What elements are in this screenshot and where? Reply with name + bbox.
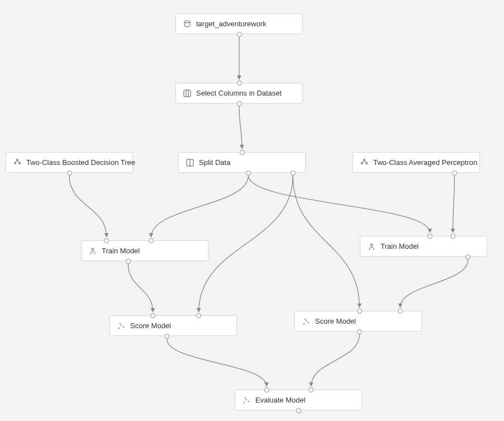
node-select-columns[interactable]: Select Columns in Dataset [175,83,303,103]
svg-line-9 [15,160,17,162]
node-label: Train Model [102,247,140,255]
node-label: Train Model [381,242,419,250]
svg-point-6 [17,159,18,160]
connection-port[interactable] [237,81,242,86]
svg-point-11 [364,159,365,160]
svg-point-13 [366,162,368,164]
connection-port[interactable] [67,171,72,176]
node-label: Evaluate Model [255,396,306,404]
svg-point-26 [244,402,245,403]
connection-port[interactable] [104,238,109,243]
node-train-model-left[interactable]: Train Model [81,240,208,261]
svg-point-20 [123,327,124,328]
node-train-model-right[interactable]: Train Model [360,236,487,257]
node-target-adventurework[interactable]: target_adventurework [175,13,303,34]
svg-point-23 [306,320,307,321]
columns-icon [183,89,192,98]
edge[interactable] [400,259,468,308]
connection-port[interactable] [296,408,301,413]
train-icon [88,247,97,256]
node-label: Score Model [130,321,171,330]
node-score-model-right[interactable]: Score Model [294,311,422,332]
svg-point-27 [246,399,247,400]
svg-rect-1 [184,90,191,97]
edge[interactable] [128,264,153,312]
columns-icon [186,158,194,167]
connection-port[interactable] [150,313,155,318]
svg-line-10 [17,160,20,162]
connection-port[interactable] [450,234,455,239]
connection-port[interactable] [164,334,169,339]
connection-port[interactable] [398,309,403,314]
connection-port[interactable] [126,259,131,264]
node-label: Split Data [199,158,230,167]
connection-port[interactable] [427,234,432,239]
svg-point-29 [245,398,246,399]
svg-point-25 [305,319,306,320]
node-label: Score Model [315,317,356,325]
connection-port[interactable] [452,171,457,176]
node-evaluate-model[interactable]: Evaluate Model [235,390,362,410]
connection-port[interactable] [240,150,245,155]
svg-point-19 [121,325,122,326]
svg-point-18 [118,328,120,329]
connection-port[interactable] [357,329,362,334]
svg-point-17 [370,244,373,246]
svg-point-8 [19,162,21,164]
node-label: Two-Class Boosted Decision Tree [26,158,135,167]
node-averaged-perceptron[interactable]: Two-Class Averaged Perceptron [353,152,480,173]
score-icon [242,396,251,405]
connection-port[interactable] [196,313,201,318]
edges-layer [0,0,504,421]
edge[interactable] [293,176,359,308]
node-boosted-decision-tree[interactable]: Two-Class Boosted Decision Tree [6,152,133,173]
node-label: target_adventurework [196,20,267,28]
edge[interactable] [248,176,430,233]
edge[interactable] [311,334,359,386]
node-label: Select Columns in Dataset [196,89,282,97]
svg-line-14 [362,160,364,162]
svg-point-7 [15,162,16,164]
node-score-model-left[interactable]: Score Model [110,315,237,336]
connection-port[interactable] [264,387,269,392]
edge[interactable] [167,339,267,386]
svg-point-21 [120,323,121,324]
svg-point-28 [248,401,249,402]
svg-point-12 [362,162,363,164]
score-icon [302,317,311,326]
edge[interactable] [199,176,293,312]
edge[interactable] [69,176,107,237]
svg-point-22 [303,323,305,324]
score-icon [117,321,126,330]
connection-port[interactable] [357,309,362,314]
svg-point-24 [308,322,309,323]
dataset-icon [183,20,192,29]
node-split-data[interactable]: Split Data [178,152,306,173]
connection-port[interactable] [149,238,154,243]
connection-port[interactable] [291,171,296,176]
connection-port[interactable] [465,254,470,259]
train-icon [367,242,376,251]
edge[interactable] [239,106,242,149]
tree-icon [13,158,22,167]
svg-line-15 [364,160,367,162]
tree-icon [360,158,369,167]
svg-point-0 [184,21,190,23]
node-label: Two-Class Averaged Perceptron [373,158,477,167]
connection-port[interactable] [237,32,242,37]
connection-port[interactable] [237,101,242,106]
edge[interactable] [151,176,248,237]
connection-port[interactable] [308,387,313,392]
svg-point-16 [92,248,94,250]
edge[interactable] [453,176,454,233]
pipeline-canvas[interactable]: target_adventurework Select Columns in D… [0,0,504,421]
connection-port[interactable] [246,171,251,176]
